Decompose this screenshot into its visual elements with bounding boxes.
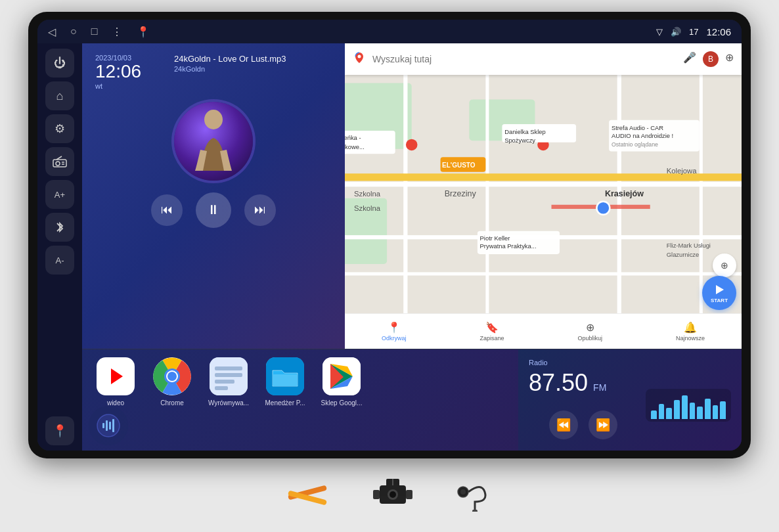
svg-text:Spływy Kajakowe...: Spływy Kajakowe... xyxy=(345,144,365,150)
music-track-info: 24kGoldn - Love Or Lust.mp3 24kGoldn xyxy=(174,54,334,73)
chrome-icon xyxy=(153,357,191,395)
pause-btn[interactable]: ⏸ xyxy=(196,192,231,228)
sound-widget[interactable] xyxy=(89,406,128,445)
sidebar-voldown-btn[interactable]: A- xyxy=(45,246,74,275)
sidebar-location-btn[interactable]: 📍 xyxy=(45,416,74,445)
accessories xyxy=(284,472,495,518)
maps-panel: 🎤 B ⊕ xyxy=(345,43,742,349)
music-panel: 2023/10/03 12:06 wt 24kGoldn - Love Or L… xyxy=(82,43,345,349)
audio-cable xyxy=(455,476,495,514)
maps-user-icon[interactable]: B xyxy=(703,51,719,67)
volume-icon: 🔊 xyxy=(671,27,681,37)
main-content: ⏻ ⌂ ⚙ A+ A xyxy=(37,43,742,451)
folder-icon xyxy=(266,357,304,395)
status-left: ◁ ○ □ ⋮ 📍 xyxy=(48,26,150,38)
sidebar-volup-btn[interactable]: A+ xyxy=(45,180,74,209)
map-area[interactable]: Brzeziny Szkolna Szkolna Krasiejów Kolej… xyxy=(345,75,742,313)
svg-rect-13 xyxy=(403,75,407,313)
music-controls: ⏮ ⏸ ⏭ xyxy=(95,192,332,228)
youtube-label: wideo xyxy=(93,399,138,407)
nav-icons: ◁ ○ □ ⋮ 📍 xyxy=(48,26,150,38)
music-day: wt xyxy=(95,82,332,90)
back-btn[interactable]: ◁ xyxy=(48,26,56,38)
svg-point-47 xyxy=(97,414,120,437)
status-bar: ◁ ○ □ ⋮ 📍 ▽ 🔊 17 12:06 xyxy=(37,20,742,43)
svg-rect-57 xyxy=(215,366,242,370)
app-chrome[interactable]: Chrome xyxy=(149,357,195,407)
svg-text:Glazurnicze: Glazurnicze xyxy=(667,252,700,258)
app-youtube[interactable]: wideo xyxy=(93,357,139,407)
saved-label: Zapisane xyxy=(479,335,504,342)
playstore-label: Sklep Googl... xyxy=(319,399,364,407)
radio-label: Radio xyxy=(529,359,731,366)
svg-rect-67 xyxy=(373,490,380,499)
rear-camera xyxy=(370,476,416,514)
latest-label: Najnowsze xyxy=(676,335,705,342)
files-label: Menedżer P... xyxy=(263,399,307,407)
radio-rewind-btn[interactable]: ⏪ xyxy=(549,410,578,439)
maps-nav-latest[interactable]: 🔔 Najnowsze xyxy=(676,321,705,342)
apps-grid: wideo xyxy=(93,357,508,407)
app-playstore[interactable]: Sklep Googl... xyxy=(319,357,365,407)
sidebar-settings-btn[interactable]: ⚙ xyxy=(45,114,74,143)
svg-text:Spożywczy: Spożywczy xyxy=(504,137,535,144)
sidebar-radio-btn[interactable] xyxy=(45,147,74,176)
svg-point-1 xyxy=(56,162,60,166)
svg-rect-16 xyxy=(700,75,703,313)
radio-forward-btn[interactable]: ⏩ xyxy=(589,410,617,439)
maps-start-btn[interactable]: START xyxy=(702,276,736,310)
home-btn[interactable]: ○ xyxy=(70,26,77,37)
svg-point-5 xyxy=(204,110,223,129)
youtube-play-triangle xyxy=(111,368,123,384)
svg-rect-58 xyxy=(215,373,242,377)
music-album-art[interactable] xyxy=(174,102,253,181)
radio-frequency: 87.50 xyxy=(529,371,588,395)
music-title: 24kGoldn - Love Or Lust.mp3 xyxy=(174,54,334,64)
svg-rect-49 xyxy=(106,420,108,431)
app-equalizer[interactable]: Wyrównywa... xyxy=(206,357,252,407)
saved-icon: 🔖 xyxy=(485,321,499,334)
sidebar-power-btn[interactable]: ⏻ xyxy=(45,49,74,78)
music-artist: 24kGoldn xyxy=(174,65,334,73)
next-btn[interactable]: ⏭ xyxy=(244,194,276,226)
svg-text:AUDIO na Androidzie !: AUDIO na Androidzie ! xyxy=(612,133,673,139)
svg-marker-46 xyxy=(716,285,724,294)
latest-icon: 🔔 xyxy=(684,321,697,334)
radio-visualizer xyxy=(646,389,731,422)
svg-text:Krasiejów: Krasiejów xyxy=(605,189,644,198)
maps-nav-saved[interactable]: 🔖 Zapisane xyxy=(479,321,504,342)
radio-panel: Radio 87.50 FM ⏪ ⏩ xyxy=(518,349,742,451)
maps-nav-discover[interactable]: 📍 Odkrywaj xyxy=(382,321,407,342)
app-files[interactable]: Menedżer P... xyxy=(262,357,308,407)
svg-text:Kolejowa: Kolejowa xyxy=(667,167,697,175)
svg-text:Prywatna Praktyka...: Prywatna Praktyka... xyxy=(480,243,537,250)
svg-text:Brzeziny: Brzeziny xyxy=(445,189,477,198)
maps-nav-publish[interactable]: ⊕ Opublikuj xyxy=(577,321,602,342)
maps-mic-icon[interactable]: 🎤 xyxy=(683,51,696,67)
discover-label: Odkrywaj xyxy=(382,335,407,342)
radio-freq-row: 87.50 FM xyxy=(529,371,638,395)
maps-nav-btn[interactable]: 📍 xyxy=(137,26,150,38)
publish-label: Opublikuj xyxy=(577,335,602,342)
bottom-row: wideo xyxy=(82,349,742,451)
svg-point-25 xyxy=(406,139,418,151)
maps-search-bar: 🎤 B ⊕ xyxy=(345,43,742,75)
svg-rect-50 xyxy=(109,422,111,430)
radio-controls: ⏪ ⏩ xyxy=(529,410,638,439)
svg-rect-60 xyxy=(215,386,228,390)
maps-search-input[interactable] xyxy=(372,54,677,64)
equalizer-icon xyxy=(210,357,248,395)
status-right: ▽ 🔊 17 12:06 xyxy=(656,26,731,37)
pry-tools xyxy=(284,477,330,512)
equalizer-label: Wyrównywa... xyxy=(206,399,251,407)
sidebar-bluetooth-btn[interactable] xyxy=(45,213,74,242)
recent-btn[interactable]: □ xyxy=(91,26,98,37)
maps-layers-icon[interactable]: ⊕ xyxy=(725,51,734,67)
device-shell: MIC RST ◁ ○ □ ⋮ 📍 ▽ 🔊 17 12:06 xyxy=(28,12,751,458)
sidebar-home-btn[interactable]: ⌂ xyxy=(45,81,74,110)
prev-btn[interactable]: ⏮ xyxy=(151,194,183,226)
menu-btn[interactable]: ⋮ xyxy=(112,26,122,38)
discover-icon: 📍 xyxy=(388,321,401,334)
maps-location-btn[interactable]: ⊕ xyxy=(713,254,736,277)
svg-point-44 xyxy=(596,202,610,215)
